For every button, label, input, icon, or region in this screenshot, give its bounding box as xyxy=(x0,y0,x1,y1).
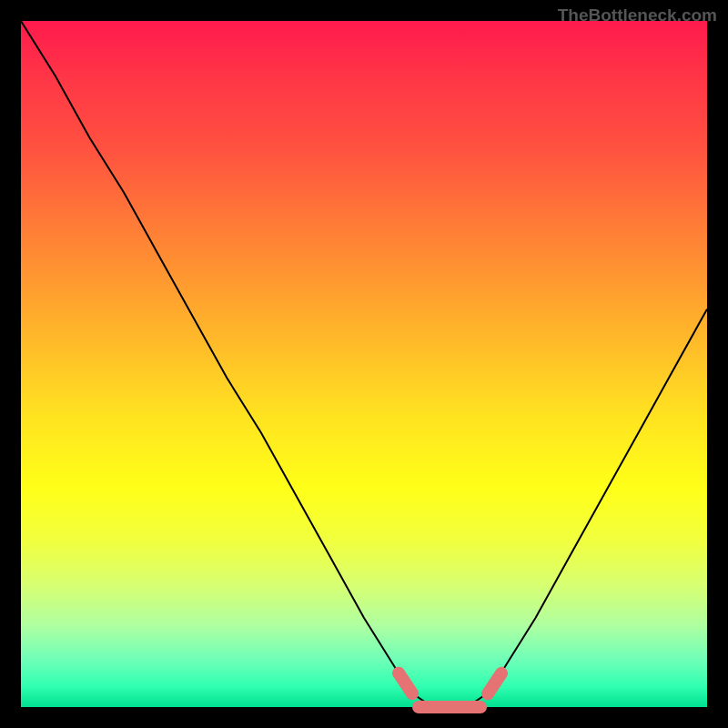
highlight-segment xyxy=(412,701,487,713)
chart-svg xyxy=(21,21,707,707)
bottleneck-curve xyxy=(21,21,707,707)
chart-area xyxy=(21,21,707,707)
watermark: TheBottleneck.com xyxy=(558,5,717,25)
